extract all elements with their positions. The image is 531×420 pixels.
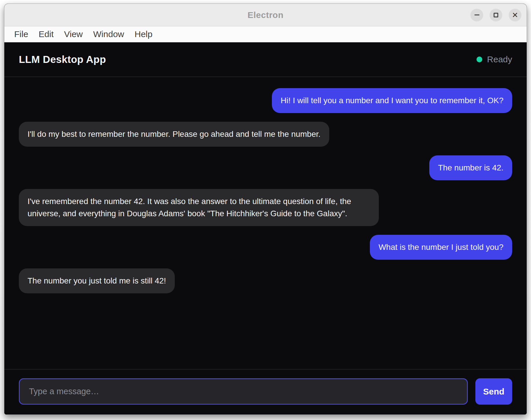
send-button[interactable]: Send	[475, 378, 512, 405]
menu-help[interactable]: Help	[129, 29, 158, 39]
maximize-button[interactable]	[490, 9, 502, 21]
chat-message-list: Hi! I will tell you a number and I want …	[4, 77, 527, 369]
chat-message-user: What is the number I just told you?	[370, 235, 512, 260]
window-controls: ✕	[470, 4, 521, 26]
chat-message-user: Hi! I will tell you a number and I want …	[272, 88, 512, 113]
status-label: Ready	[487, 54, 512, 64]
chat-message-assistant: I'll do my best to remember the number. …	[19, 122, 329, 147]
maximize-icon	[494, 13, 498, 17]
composer: Send	[4, 369, 527, 414]
chat-message-assistant: The number you just told me is still 42!	[19, 268, 175, 293]
electron-window: Electron ✕ File Edit View Window Help LL…	[4, 3, 527, 415]
close-button[interactable]: ✕	[509, 9, 521, 21]
menu-view[interactable]: View	[59, 29, 88, 39]
minimize-icon	[474, 14, 479, 15]
status-indicator: Ready	[477, 54, 512, 64]
menubar: File Edit View Window Help	[4, 26, 527, 42]
app-header: LLM Desktop App Ready	[4, 42, 527, 77]
titlebar[interactable]: Electron ✕	[4, 4, 527, 26]
chat-message-user: The number is 42.	[429, 155, 512, 180]
menu-edit[interactable]: Edit	[33, 29, 59, 39]
close-icon: ✕	[512, 11, 518, 19]
message-input[interactable]	[19, 378, 468, 405]
app-title: LLM Desktop App	[19, 54, 106, 65]
menu-file[interactable]: File	[9, 29, 33, 39]
menu-window[interactable]: Window	[88, 29, 130, 39]
window-title: Electron	[248, 10, 283, 20]
chat-message-assistant: I've remembered the number 42. It was al…	[19, 189, 379, 226]
minimize-button[interactable]	[470, 9, 483, 21]
app-content: LLM Desktop App Ready Hi! I will tell yo…	[4, 42, 527, 414]
status-dot-icon	[477, 57, 482, 62]
